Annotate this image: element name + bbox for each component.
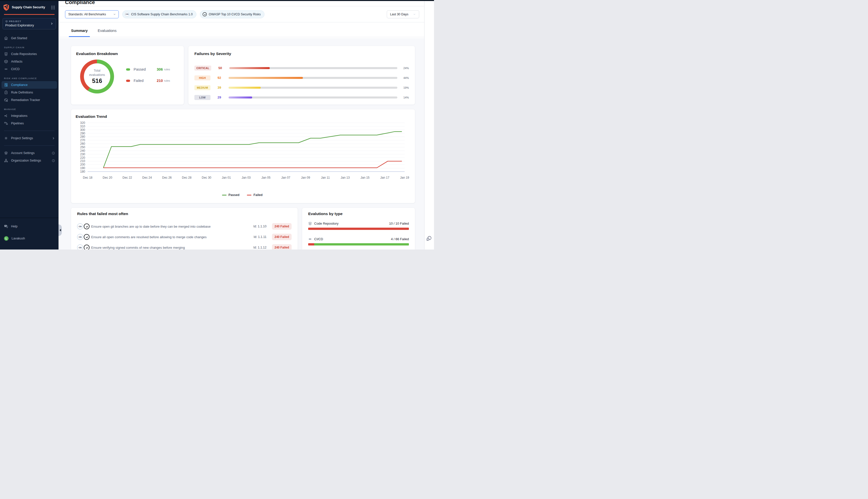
svg-text:230: 230: [80, 153, 85, 156]
legend-row-passed: Passed 306 rules: [126, 66, 179, 72]
passed-line-swatch: [222, 195, 226, 195]
sidebar-collapse-handle[interactable]: [59, 224, 62, 236]
app-title: Supply Chain Security: [12, 5, 51, 10]
svg-text:Jan 03: Jan 03: [241, 176, 251, 179]
severity-count: 92: [218, 76, 228, 80]
info-icon[interactable]: [52, 159, 55, 162]
severity-count: 29: [218, 96, 228, 99]
failures-by-severity-card: Failures by Severity CRITICAL 50 24% HIG…: [188, 46, 415, 105]
rule-id: Id: 1.1.11: [254, 235, 266, 239]
failed-value: 210: [157, 78, 163, 83]
evaluation-donut-chart: Total evaluations 516: [80, 60, 114, 94]
svg-text:310: 310: [80, 125, 85, 128]
rule-failed-badge: 240 Failed: [272, 244, 292, 250]
passed-unit: rules: [164, 68, 170, 71]
svg-text:220: 220: [80, 156, 85, 160]
sidebar-item-organization-settings[interactable]: Organization Settings: [0, 157, 59, 164]
standards-filter-value: Standards: All Benchmarks: [68, 13, 106, 16]
rule-text: Ensure open git branches are up to date …: [91, 224, 253, 228]
section-label-manage: MANAGE: [4, 108, 59, 111]
page-title: Compliance: [65, 1, 424, 5]
chevron-right-icon: [50, 22, 53, 25]
chevron-down-icon: [413, 13, 416, 16]
severity-bar: [228, 77, 397, 79]
gear-icon: [4, 136, 8, 140]
date-range-value: Last 30 Days: [390, 13, 408, 16]
svg-text:180: 180: [80, 170, 85, 173]
card-title: Evalutions by type: [308, 211, 409, 216]
project-selector[interactable]: PROJECT Product Exploratory: [2, 18, 56, 29]
passed-label: Passed: [134, 67, 157, 71]
svg-text:200: 200: [80, 163, 85, 166]
svg-text:Dec 20: Dec 20: [103, 176, 112, 179]
benchmark-chip-cis[interactable]: CIS CIS Software Supply Chain Benchmarks…: [122, 10, 196, 19]
sidebar-item-get-started[interactable]: Get Started: [0, 34, 59, 42]
sidebar-item-cicd[interactable]: CI/CD: [0, 65, 59, 73]
sidebar-item-code-repositories[interactable]: Code Repositories: [0, 50, 59, 58]
sidebar-nav: Get Started SUPPLY CHAIN Code Repositori…: [0, 34, 59, 164]
svg-text:Dec 26: Dec 26: [162, 176, 172, 179]
owasp-logo-icon: [202, 12, 207, 16]
severity-row-high: HIGH 92 44%: [195, 73, 409, 83]
type-status: 10 / 10 Failed: [389, 222, 409, 226]
standards-filter-dropdown[interactable]: Standards: All Benchmarks: [65, 10, 119, 19]
failed-unit: rules: [164, 79, 170, 82]
type-result-bar: [308, 243, 409, 245]
benchmark-chip-owasp[interactable]: OWASP Top 10 CI/CD Security Risks: [200, 10, 264, 19]
rule-text: Ensure all open comments are resolved be…: [91, 235, 254, 239]
sidebar-item-remediation-tracker[interactable]: Remediation Tracker: [0, 96, 59, 104]
user-menu[interactable]: L Lavakush: [0, 235, 59, 242]
sidebar-item-project-settings[interactable]: Project Settings: [0, 134, 59, 142]
rule-row[interactable]: CIS Ensure verifying signed commits of n…: [77, 242, 292, 250]
sidebar-item-integrations[interactable]: Integrations: [0, 112, 59, 120]
svg-text:250: 250: [80, 145, 85, 149]
code-repository-icon: [308, 222, 312, 226]
severity-badge: CRITICAL: [195, 65, 211, 71]
sidebar-item-compliance[interactable]: Compliance: [1, 81, 57, 89]
evaluation-trend-card: Evaluation Trend 18019020021022023024025…: [71, 109, 415, 203]
svg-text:Jan 17: Jan 17: [380, 176, 389, 179]
severity-percent: 19%: [397, 86, 409, 89]
code-repository-icon: [4, 52, 8, 56]
sidebar-item-pipelines[interactable]: Pipelines: [0, 120, 59, 127]
sidebar-item-artifacts[interactable]: Artifacts: [0, 58, 59, 65]
remediation-box-icon: [4, 98, 8, 102]
shield-logo-icon: [3, 4, 10, 11]
sidebar-item-account-settings[interactable]: Account Settings: [0, 149, 59, 157]
card-title: Failures by Severity: [195, 51, 409, 56]
chat-support-icon[interactable]: [426, 235, 432, 242]
section-label-risk-compliance: RISK AND COMPLIANCE: [4, 77, 59, 80]
svg-text:Dec 28: Dec 28: [182, 176, 191, 179]
sidebar-divider: [4, 131, 54, 131]
sidebar-item-rule-definitions[interactable]: Rule Definitions: [0, 89, 59, 96]
brand-accent-line: [4, 14, 54, 15]
infinity-icon: [4, 67, 8, 71]
svg-text:190: 190: [80, 166, 85, 170]
donut-total-label: Total evaluations: [87, 69, 108, 77]
severity-badge: MEDIUM: [195, 85, 210, 90]
rule-row[interactable]: CIS Ensure all open comments are resolve…: [77, 232, 292, 242]
svg-text:290: 290: [80, 132, 85, 135]
svg-text:280: 280: [80, 135, 85, 138]
failed-label: Failed: [134, 78, 157, 83]
rule-row[interactable]: CIS Ensure open git branches are up to d…: [77, 221, 292, 232]
tab-summary[interactable]: Summary: [71, 29, 88, 37]
filter-bar: Standards: All Benchmarks CIS CIS Softwa…: [59, 6, 424, 22]
breakdown-legend: Passed 306 rules Failed 210 rules: [126, 66, 179, 83]
svg-text:240: 240: [80, 149, 85, 153]
severity-percent: 44%: [397, 76, 409, 80]
sidebar: Supply Chain Security PROJECT Product Ex…: [0, 0, 59, 250]
type-row-cicd: CI/CD 4 / 66 Failed: [308, 237, 409, 245]
info-icon[interactable]: [52, 151, 55, 155]
tab-evaluations[interactable]: Evaluations: [98, 29, 116, 37]
svg-text:Jan 19: Jan 19: [400, 176, 409, 179]
severity-row-medium: MEDIUM 39 19%: [195, 83, 409, 93]
svg-text:Dec 24: Dec 24: [142, 176, 152, 179]
type-label: Code Repository: [314, 222, 338, 226]
sidebar-item-help[interactable]: ? Help: [0, 223, 59, 230]
app-grid-icon[interactable]: [51, 5, 55, 10]
evaluation-trend-chart: 1801902002102202302402502602702802903003…: [76, 121, 409, 180]
type-result-bar: [308, 228, 409, 230]
rule-text: Ensure verifying signed commits of new c…: [91, 246, 253, 250]
date-range-dropdown[interactable]: Last 30 Days: [387, 10, 419, 19]
